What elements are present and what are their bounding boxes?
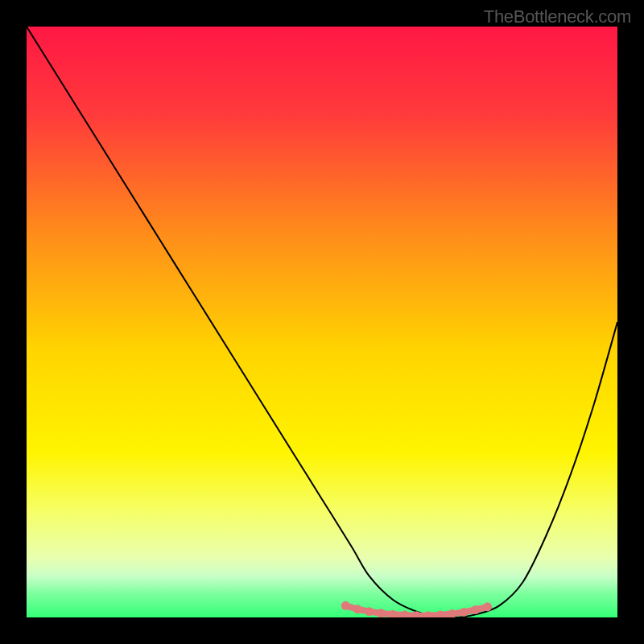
highlight-band-point <box>471 605 480 614</box>
highlight-band-point <box>341 601 350 610</box>
watermark-text: TheBottleneck.com <box>484 6 631 27</box>
plot-area <box>27 27 617 617</box>
highlight-band-point <box>460 608 469 617</box>
bottleneck-curve-line <box>27 27 617 617</box>
highlight-band <box>341 601 492 617</box>
curve-layer <box>27 27 617 617</box>
highlight-band-point <box>365 607 374 616</box>
highlight-band-point <box>353 605 362 613</box>
highlight-band-point <box>377 609 386 617</box>
highlight-band-point <box>483 602 492 611</box>
chart-container: TheBottleneck.com <box>0 0 644 644</box>
highlight-band-point <box>400 611 409 617</box>
highlight-band-point <box>424 611 433 617</box>
